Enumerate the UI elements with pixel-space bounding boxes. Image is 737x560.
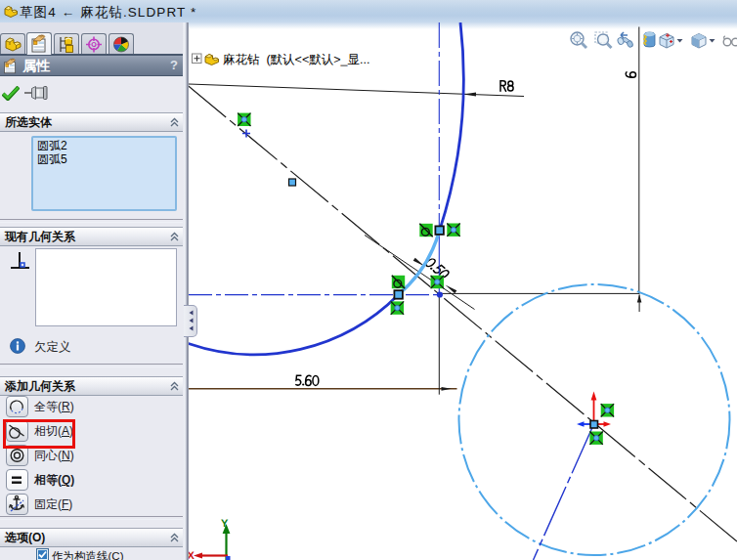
svg-text:Y: Y [221,518,229,530]
svg-text:麻花钻 (默认<<默认>_显...: 麻花钻 (默认<<默认>_显... [223,53,369,66]
svg-text:X: X [189,550,195,560]
